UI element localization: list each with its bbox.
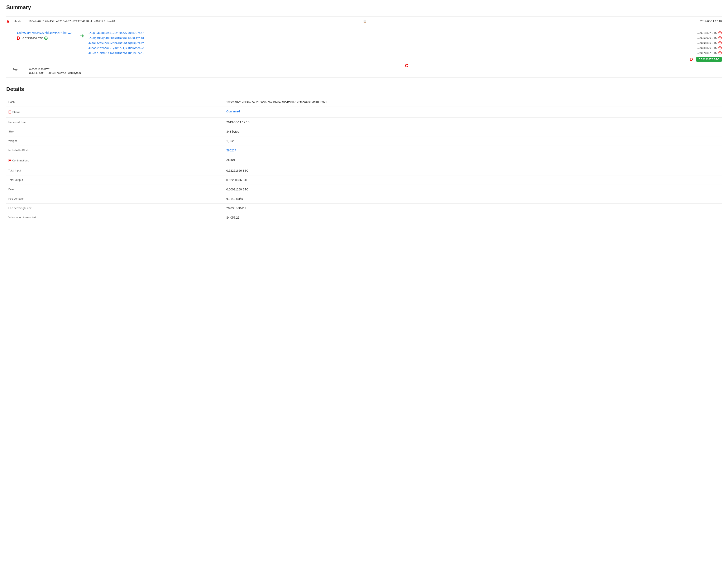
detail-cell: 348 bytes [224, 127, 722, 136]
status-value: Confirmed [226, 110, 240, 113]
output-item: 3FGJec1bmNQih1AbpHtNfz6bjNKjm87Gr1 0.501… [88, 50, 722, 55]
detail-cell: 580267 [224, 146, 722, 155]
detail-cell: 61.149 sat/B [224, 194, 722, 204]
output-amount: 0.00688806 BTC [697, 46, 717, 49]
detail-label: Fees [6, 185, 52, 194]
detail-cell: 25,501 [224, 155, 722, 166]
detail-label: Weight [6, 136, 52, 145]
output-address[interactable]: 1AupRNbu8qEeXx12LVRxXeJ7um3BJLrnZ7 [88, 31, 144, 34]
detail-label: FConfirmations [6, 155, 52, 166]
details-table: Hash 196eba07f176e457c48216ab87b52197848… [6, 97, 722, 222]
globe-icon-red: ⊕ [718, 36, 722, 39]
detail-row: Value when transacted $4,057.29 [6, 213, 722, 222]
hash-short-value: 196eba07f176e457c48216ab87b52197848f8b4f… [28, 20, 362, 23]
block-link[interactable]: 580267 [226, 149, 236, 152]
detail-row: Fee per byte 61.149 sat/B [6, 194, 722, 204]
fee-info: 0.00021280 BTC (61.149 sat/B - 20.038 sa… [29, 68, 81, 75]
fee-detail: (61.149 sat/B - 20.038 sat/WU - 348 byte… [29, 71, 81, 75]
detail-row: Size 348 bytes [6, 127, 722, 136]
input-item: 33drUaJDF7H7xMb3UPhjzNWqK7rkju4tZn [17, 30, 75, 35]
detail-label: Total Output [6, 176, 52, 184]
fee-label: Fee [13, 68, 29, 71]
annotation-f: F [8, 158, 11, 163]
summary-title: Summary [6, 4, 722, 12]
annotation-a: A [6, 20, 13, 24]
output-list: 1AupRNbu8qEeXx12LVRxXeJ7um3BJLrnZ7 0.003… [88, 30, 722, 55]
annotation-b: B [17, 36, 20, 40]
output-address[interactable]: 1ABxjoM6XywDLRkbDHfNvYn6jcUxEiyYmd [88, 36, 144, 39]
tx-input-section: 33drUaJDF7H7xMb3UPhjzNWqK7rkju4tZn B 0.5… [17, 30, 75, 41]
detail-cell: 2019-06-11 17:10 [224, 118, 722, 127]
detail-cell: 0.52251656 BTC [224, 166, 722, 176]
detail-label: Included in Block [6, 146, 52, 155]
output-amount: 0.50176857 BTC [697, 51, 717, 54]
detail-cell: 20.038 sat/WU [224, 204, 722, 213]
detail-label: Hash [6, 97, 52, 106]
detail-value: 0.00021280 BTC [226, 188, 249, 191]
detail-value: 0.52230376 BTC [226, 178, 249, 182]
detail-label: Fee per byte [6, 194, 52, 203]
detail-label: Value when transacted [6, 213, 52, 222]
detail-row: Fee per weight unit 20.038 sat/WU [6, 204, 722, 213]
annotation-d: D [690, 57, 693, 62]
detail-row: Hash 196eba07f176e457c48216ab87b52197848… [6, 97, 722, 107]
details-tbody: Hash 196eba07f176e457c48216ab87b52197848… [6, 97, 722, 222]
detail-value: 2019-06-11 17:10 [226, 121, 250, 124]
detail-row: Fees 0.00021280 BTC [6, 185, 722, 194]
total-output-value: 0.52230376 BTC [696, 57, 722, 62]
arrow-icon: ➜ [79, 30, 84, 39]
output-address[interactable]: 3FGJec1bmNQih1AbpHtNfz6bjNKjm87Gr1 [88, 51, 144, 54]
output-item: 3Gta6s2b63Ke68Z4m61NfGwfoqcHqGfo7V 0.006… [88, 40, 722, 45]
fee-row: Fee 0.00021280 BTC (61.149 sat/B - 20.03… [6, 65, 722, 78]
detail-cell: 1,062 [224, 136, 722, 146]
detail-row: Received Time 2019-06-11 17:10 [6, 118, 722, 127]
output-address[interactable]: 3BAXA6YotAWouuTyaQMrJ1jC4uaKWnZnUZ [88, 46, 144, 49]
globe-icon-red: ⊕ [718, 41, 722, 44]
copy-icon[interactable]: 📋 [363, 20, 367, 23]
detail-label: Fee per weight unit [6, 204, 52, 213]
detail-row: EStatus Confirmed [6, 107, 722, 118]
globe-icon-red: ⊕ [718, 51, 722, 54]
hash-row: A Hash 196eba07f176e457c48216ab87b521978… [6, 17, 722, 27]
output-item: 1ABxjoM6XywDLRkbDHfNvYn6jcUxEiyYmd 0.003… [88, 35, 722, 40]
annotation-c: C [405, 63, 408, 68]
detail-value: 25,501 [226, 158, 235, 162]
transaction-row: 33drUaJDF7H7xMb3UPhjzNWqK7rkju4tZn B 0.5… [6, 27, 722, 65]
output-amount: 0.00350000 BTC [697, 36, 717, 39]
output-item: 3BAXA6YotAWouuTyaQMrJ1jC4uaKWnZnUZ 0.006… [88, 45, 722, 50]
detail-row: Total Input 0.52251656 BTC [6, 166, 722, 176]
detail-row: Included in Block 580267 [6, 146, 722, 155]
globe-icon: ⊕ [44, 37, 48, 40]
summary-section: Summary A Hash 196eba07f176e457c48216ab8… [6, 4, 722, 78]
detail-value: 20.038 sat/WU [226, 207, 246, 210]
details-section: Details Hash 196eba07f176e457c48216ab87b… [6, 86, 722, 222]
detail-row: FConfirmations 25,501 [6, 155, 722, 166]
detail-label: Total Input [6, 166, 52, 175]
tx-output-section: C 1AupRNbu8qEeXx12LVRxXeJ7um3BJLrnZ7 0.0… [88, 30, 722, 62]
detail-cell: Confirmed [224, 107, 722, 118]
output-amount: 0.00318827 BTC [697, 31, 717, 34]
annotation-e: E [8, 110, 11, 115]
globe-icon-red: ⊕ [718, 31, 722, 34]
detail-value: 1,062 [226, 139, 234, 143]
output-address[interactable]: 3Gta6s2b63Ke68Z4m61NfGwfoqcHqGfo7V [88, 41, 144, 44]
input-amount: 0.52251656 BTC [23, 37, 43, 40]
output-item: 1AupRNbu8qEeXx12LVRxXeJ7um3BJLrnZ7 0.003… [88, 30, 722, 35]
input-address[interactable]: 33drUaJDF7H7xMb3UPhjzNWqK7rkju4tZn [17, 31, 72, 34]
detail-value: 196eba07f176e457c48216ab87b52197848f8b4f… [226, 100, 327, 104]
detail-value: $4,057.29 [226, 216, 239, 219]
detail-cell: 0.00021280 BTC [224, 185, 722, 194]
detail-value: 0.52251656 BTC [226, 169, 249, 172]
hash-label: Hash [14, 20, 28, 23]
total-row: D 0.52230376 BTC [88, 57, 722, 62]
detail-row: Total Output 0.52230376 BTC [6, 176, 722, 185]
detail-value: 348 bytes [226, 130, 239, 133]
detail-value: 61.149 sat/B [226, 197, 243, 201]
detail-cell: 0.52230376 BTC [224, 176, 722, 185]
detail-label: EStatus [6, 107, 52, 117]
detail-cell: 196eba07f176e457c48216ab87b52197848f8b4f… [224, 97, 722, 107]
detail-label: Received Time [6, 118, 52, 127]
timestamp-value: 2019-06-11 17:10 [700, 20, 722, 23]
detail-label: Size [6, 127, 52, 136]
globe-icon-red: ⊕ [718, 46, 722, 49]
